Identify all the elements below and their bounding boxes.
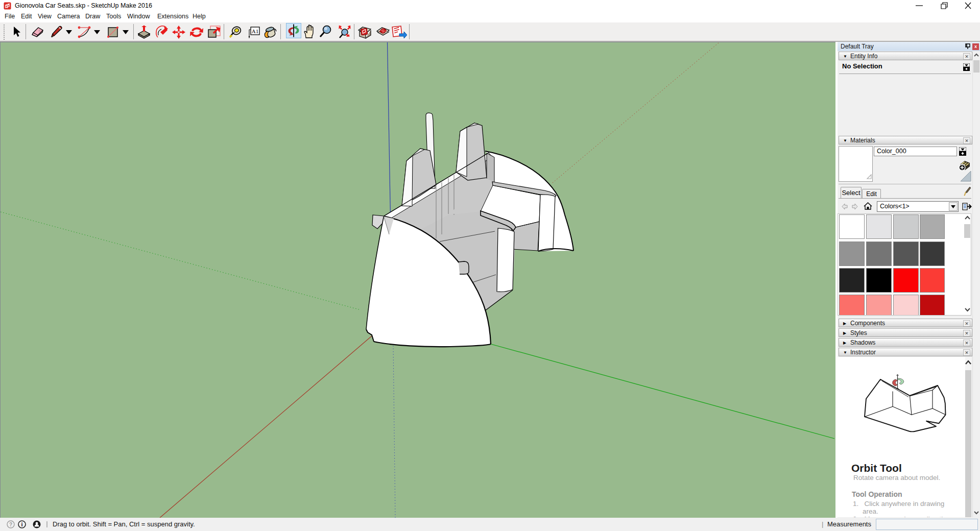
svg-text:?: ? (9, 522, 12, 527)
svg-text:A1: A1 (252, 28, 258, 34)
svg-text:i: i (21, 521, 22, 527)
